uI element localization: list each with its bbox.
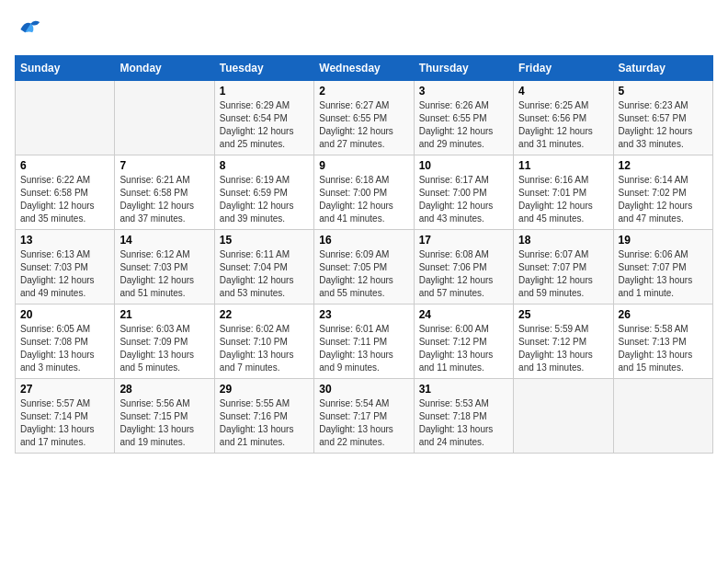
day-info: Sunrise: 6:25 AMSunset: 6:56 PMDaylight:… [518,99,608,151]
daylight-text: Daylight: 13 hours and 22 minutes. [319,424,393,447]
sunrise-text: Sunrise: 6:25 AM [518,100,588,110]
daylight-text: Daylight: 12 hours and 39 minutes. [220,201,294,224]
sunset-text: Sunset: 7:05 PM [319,262,387,272]
sunset-text: Sunset: 7:00 PM [419,188,487,198]
day-info: Sunrise: 5:58 AMSunset: 7:13 PMDaylight:… [619,323,708,374]
day-info: Sunrise: 6:22 AMSunset: 6:58 PMDaylight:… [20,174,109,225]
calendar-cell: 20Sunrise: 6:05 AMSunset: 7:08 PMDayligh… [16,304,115,379]
sunset-text: Sunset: 6:55 PM [419,113,487,123]
day-number: 28 [119,383,209,396]
sunset-text: Sunset: 7:14 PM [20,411,88,421]
sunrise-text: Sunrise: 6:09 AM [319,249,389,259]
sunrise-text: Sunrise: 6:00 AM [419,324,489,334]
calendar-cell: 29Sunrise: 5:55 AMSunset: 7:16 PMDayligh… [214,379,313,454]
calendar-cell: 23Sunrise: 6:01 AMSunset: 7:11 PMDayligh… [314,304,414,379]
sunrise-text: Sunrise: 5:55 AM [220,398,290,408]
daylight-text: Daylight: 12 hours and 47 minutes. [619,201,693,224]
sunset-text: Sunset: 7:07 PM [518,262,586,272]
calendar-cell: 14Sunrise: 6:12 AMSunset: 7:03 PMDayligh… [115,230,214,304]
calendar-cell: 28Sunrise: 5:56 AMSunset: 7:15 PMDayligh… [115,379,214,454]
day-number: 10 [419,159,508,172]
daylight-text: Daylight: 12 hours and 27 minutes. [319,126,393,149]
calendar-week-row: 6Sunrise: 6:22 AMSunset: 6:58 PMDaylight… [16,155,713,230]
calendar-cell: 26Sunrise: 5:58 AMSunset: 7:13 PMDayligh… [613,304,712,379]
sunrise-text: Sunrise: 5:58 AM [619,324,688,334]
sunset-text: Sunset: 7:04 PM [220,262,288,272]
day-info: Sunrise: 6:02 AMSunset: 7:10 PMDaylight:… [220,323,309,374]
calendar-table: SundayMondayTuesdayWednesdayThursdayFrid… [15,55,713,454]
calendar-cell: 3Sunrise: 6:26 AMSunset: 6:55 PMDaylight… [414,81,513,155]
sunrise-text: Sunrise: 6:02 AM [220,324,290,334]
day-info: Sunrise: 6:01 AMSunset: 7:11 PMDaylight:… [319,323,408,374]
sunrise-text: Sunrise: 6:26 AM [419,100,489,110]
sunrise-text: Sunrise: 6:21 AM [119,175,189,185]
sunset-text: Sunset: 6:58 PM [20,188,88,198]
calendar-cell [514,379,613,454]
day-number: 22 [220,308,309,321]
day-info: Sunrise: 6:12 AMSunset: 7:03 PMDaylight:… [119,248,209,300]
sunset-text: Sunset: 6:56 PM [518,113,586,123]
day-number: 31 [419,383,508,396]
calendar-cell: 27Sunrise: 5:57 AMSunset: 7:14 PMDayligh… [16,379,115,454]
calendar-cell: 4Sunrise: 6:25 AMSunset: 6:56 PMDaylight… [514,81,613,155]
day-number: 25 [518,308,608,321]
calendar-week-row: 20Sunrise: 6:05 AMSunset: 7:08 PMDayligh… [16,304,713,379]
weekday-header-thursday: Thursday [414,56,513,81]
daylight-text: Daylight: 12 hours and 43 minutes. [419,201,494,224]
sunrise-text: Sunrise: 5:57 AM [20,398,90,408]
day-number: 7 [119,159,209,172]
daylight-text: Daylight: 13 hours and 13 minutes. [518,350,593,373]
calendar-cell: 22Sunrise: 6:02 AMSunset: 7:10 PMDayligh… [214,304,313,379]
day-info: Sunrise: 6:06 AMSunset: 7:07 PMDaylight:… [619,248,708,300]
sunrise-text: Sunrise: 6:16 AM [518,175,588,185]
day-info: Sunrise: 6:21 AMSunset: 6:58 PMDaylight:… [119,174,209,225]
calendar-cell: 10Sunrise: 6:17 AMSunset: 7:00 PMDayligh… [414,155,513,230]
calendar-week-row: 1Sunrise: 6:29 AMSunset: 6:54 PMDaylight… [16,81,713,155]
day-number: 18 [518,234,608,247]
sunset-text: Sunset: 7:00 PM [319,188,387,198]
sunrise-text: Sunrise: 6:07 AM [518,249,588,259]
calendar-cell: 31Sunrise: 5:53 AMSunset: 7:18 PMDayligh… [414,379,513,454]
day-number: 14 [119,234,209,247]
daylight-text: Daylight: 13 hours and 3 minutes. [20,350,95,373]
calendar-week-row: 13Sunrise: 6:13 AMSunset: 7:03 PMDayligh… [16,230,713,304]
day-number: 23 [319,308,408,321]
sunrise-text: Sunrise: 6:14 AM [619,175,688,185]
calendar-cell: 21Sunrise: 6:03 AMSunset: 7:09 PMDayligh… [115,304,214,379]
weekday-header-saturday: Saturday [613,56,712,81]
day-info: Sunrise: 6:23 AMSunset: 6:57 PMDaylight:… [619,99,708,151]
weekday-header-sunday: Sunday [16,56,115,81]
sunrise-text: Sunrise: 6:13 AM [20,249,90,259]
sunrise-text: Sunrise: 6:05 AM [20,324,90,334]
day-number: 9 [319,159,408,172]
sunset-text: Sunset: 7:03 PM [119,262,188,272]
logo [15,15,48,44]
day-info: Sunrise: 6:05 AMSunset: 7:08 PMDaylight:… [20,323,109,374]
day-info: Sunrise: 6:27 AMSunset: 6:55 PMDaylight:… [319,99,408,151]
sunrise-text: Sunrise: 5:53 AM [419,398,489,408]
day-number: 15 [220,234,309,247]
day-info: Sunrise: 5:54 AMSunset: 7:17 PMDaylight:… [319,397,408,449]
day-info: Sunrise: 6:29 AMSunset: 6:54 PMDaylight:… [220,99,309,151]
sunset-text: Sunset: 7:16 PM [220,411,288,421]
sunrise-text: Sunrise: 5:59 AM [518,324,588,334]
weekday-header-monday: Monday [115,56,214,81]
daylight-text: Daylight: 12 hours and 57 minutes. [419,275,494,298]
calendar-cell: 19Sunrise: 6:06 AMSunset: 7:07 PMDayligh… [613,230,712,304]
sunset-text: Sunset: 7:18 PM [419,411,487,421]
calendar-cell: 1Sunrise: 6:29 AMSunset: 6:54 PMDaylight… [214,81,313,155]
day-info: Sunrise: 6:00 AMSunset: 7:12 PMDaylight:… [419,323,508,374]
daylight-text: Daylight: 12 hours and 55 minutes. [319,275,393,298]
daylight-text: Daylight: 13 hours and 24 minutes. [419,424,494,447]
day-number: 26 [619,308,708,321]
day-info: Sunrise: 6:13 AMSunset: 7:03 PMDaylight:… [20,248,109,300]
day-number: 13 [20,234,109,247]
calendar-cell: 5Sunrise: 6:23 AMSunset: 6:57 PMDaylight… [613,81,712,155]
day-number: 20 [20,308,109,321]
day-number: 19 [619,234,708,247]
daylight-text: Daylight: 12 hours and 31 minutes. [518,126,593,149]
daylight-text: Daylight: 12 hours and 33 minutes. [619,126,693,149]
sunset-text: Sunset: 7:15 PM [119,411,188,421]
day-info: Sunrise: 6:03 AMSunset: 7:09 PMDaylight:… [119,323,209,374]
day-number: 29 [220,383,309,396]
